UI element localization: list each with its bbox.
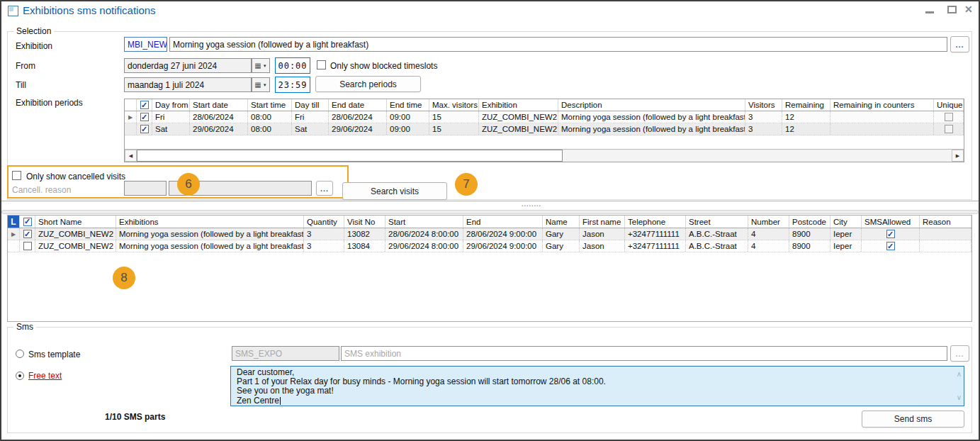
col-header-day-from[interactable]: Day from [152, 99, 190, 111]
select-all-cell: ✓ [137, 99, 152, 111]
close-icon[interactable]: ✕ [964, 4, 973, 15]
col-header-number[interactable]: Number [748, 216, 789, 228]
sms-template-description-input[interactable]: SMS exhibition [341, 346, 947, 361]
unique-checkbox[interactable]: ✓ [945, 125, 953, 133]
scrollbar-track[interactable] [563, 150, 952, 162]
cell-quantity: 3 [304, 240, 344, 252]
maximize-icon[interactable] [947, 6, 957, 13]
till-date-input[interactable]: maandag 1 juli 2024 [124, 77, 252, 92]
col-header-name[interactable]: Name [543, 216, 580, 228]
col-header-city[interactable]: City [830, 216, 862, 228]
row-checkbox[interactable]: ✓ [23, 242, 32, 250]
col-header-start-time[interactable]: Start time [248, 99, 292, 111]
sms-allowed-checkbox[interactable]: ✓ [886, 230, 895, 238]
exhibition-browse-button[interactable]: ... [950, 36, 969, 52]
splitter-grip[interactable]: ........ [492, 201, 570, 208]
table-row[interactable]: ▶ ✓ ZUZ_COMBI_NEW2 Morning yoga session … [8, 228, 971, 240]
cancel-reason-code-input[interactable] [124, 181, 167, 196]
table-row[interactable]: ✓ ZUZ_COMBI_NEW2 Morning yoga session (f… [8, 240, 971, 252]
free-text-radio[interactable] [16, 372, 24, 380]
col-header-end-time[interactable]: End time [387, 99, 429, 111]
col-header-max-visitors[interactable]: Max. visitors [429, 99, 479, 111]
till-label: Till [16, 80, 26, 90]
table-row[interactable]: ✓ Sat 29/06/2024 08:00 Sat 29/06/2024 09… [125, 123, 964, 135]
splitter-handle[interactable] [1, 210, 979, 214]
from-date-picker-button[interactable]: ▦ ▼ [252, 58, 270, 73]
row-checkbox[interactable]: ✓ [140, 113, 149, 121]
free-text-radio-label[interactable]: Free text [28, 371, 62, 381]
col-header-end-date[interactable]: End date [329, 99, 387, 111]
col-header-smsallowed[interactable]: SMSAllowed [862, 216, 920, 228]
col-header-exhibitions[interactable]: Exhibitions [116, 216, 304, 228]
col-header-day-till[interactable]: Day till [292, 99, 329, 111]
calendar-icon: ▦ [254, 82, 261, 89]
scroll-left-icon[interactable]: ◀ [125, 150, 137, 162]
sms-group-label: Sms [13, 322, 36, 332]
scrollbar-thumb[interactable] [137, 150, 563, 162]
till-date-picker-button[interactable]: ▦ ▼ [252, 77, 270, 92]
col-header-street[interactable]: Street [686, 216, 748, 228]
col-header-first-name[interactable]: First name [580, 216, 625, 228]
cell-exhibition: ZUZ_COMBI_NEW2 [479, 111, 558, 123]
cell-quantity: 3 [304, 228, 344, 240]
from-time-input[interactable]: 00:00 [275, 57, 310, 74]
row-checkbox[interactable]: ✓ [23, 230, 32, 238]
grid-corner-button[interactable]: L [8, 216, 20, 228]
send-sms-button[interactable]: Send sms [862, 411, 964, 428]
col-header-exhibition[interactable]: Exhibition [479, 99, 558, 111]
exhibition-description-input[interactable]: Morning yoga session (followed by a ligh… [169, 37, 947, 52]
sms-template-radio-label[interactable]: Sms template [28, 350, 80, 359]
row-checkbox[interactable]: ✓ [140, 125, 149, 133]
col-header-reason[interactable]: Reason [920, 216, 971, 228]
periods-select-all-checkbox[interactable]: ✓ [140, 101, 149, 109]
cancel-reason-browse-button[interactable]: ... [316, 181, 333, 196]
unique-checkbox[interactable]: ✓ [945, 113, 953, 121]
exhibition-periods-label: Exhibition periods [16, 98, 83, 108]
cell-description: Morning yoga session (followed by a ligh… [558, 111, 745, 123]
sms-message-textarea[interactable]: Dear customer, Part 1 of your Relax day … [230, 366, 964, 406]
cell-remaining-in-counters [830, 111, 934, 123]
from-date-input[interactable]: donderdag 27 juni 2024 [124, 58, 252, 73]
col-header-visitors[interactable]: Visitors [745, 99, 782, 111]
sms-allowed-checkbox[interactable]: ✓ [886, 242, 895, 250]
col-header-short-name[interactable]: Short Name [35, 216, 116, 228]
row-selector-icon: ▶ [128, 114, 133, 121]
minimize-icon[interactable] [925, 11, 934, 13]
scroll-down-icon[interactable]: ∨ [957, 394, 962, 401]
cell-max-visitors: 15 [429, 123, 479, 135]
cell-day-from: Fri [152, 111, 190, 123]
scroll-right-icon[interactable]: ▶ [952, 150, 964, 162]
exhibition-code-input[interactable]: MBI_NEW2 [124, 37, 167, 52]
visits-select-all-checkbox[interactable]: ✓ [23, 218, 32, 226]
col-header-telephone[interactable]: Telephone [625, 216, 686, 228]
visits-grid-header: L ✓ Short Name Exhibitions Quantity Visi… [8, 216, 971, 228]
periods-grid-hscrollbar[interactable]: ◀ ▶ [125, 149, 964, 162]
cell-start-time: 08:00 [248, 123, 292, 135]
exhibition-label: Exhibition [16, 41, 52, 51]
table-row[interactable]: ▶ ✓ Fri 28/06/2024 08:00 Fri 28/06/2024 … [125, 111, 964, 123]
sms-template-radio[interactable] [16, 350, 24, 358]
sms-template-browse-button[interactable]: ... [950, 345, 969, 362]
search-visits-button[interactable]: Search visits [342, 182, 447, 200]
scroll-up-icon[interactable]: ∧ [957, 371, 962, 378]
search-periods-button[interactable]: Search periods [315, 76, 421, 92]
col-header-remaining-in-counters[interactable]: Remaining in counters [830, 99, 934, 111]
col-header-remaining[interactable]: Remaining [782, 99, 830, 111]
col-header-postcode[interactable]: Postcode [789, 216, 830, 228]
step-badge-7: 7 [455, 173, 478, 196]
cell-city: Ieper [830, 240, 862, 252]
blocked-timeslots-checkbox[interactable]: ✓ [317, 60, 326, 69]
col-header-end[interactable]: End [463, 216, 543, 228]
col-header-start[interactable]: Start [385, 216, 463, 228]
col-header-quantity[interactable]: Quantity [304, 216, 344, 228]
col-header-start-date[interactable]: Start date [190, 99, 248, 111]
check-icon: ✓ [887, 230, 894, 238]
till-time-input[interactable]: 23:59 [275, 77, 310, 93]
cell-postcode: 8900 [789, 228, 830, 240]
col-header-unique[interactable]: Unique [934, 99, 964, 111]
cancelled-visits-checkbox[interactable]: ✓ [12, 171, 21, 180]
col-header-description[interactable]: Description [558, 99, 745, 111]
check-icon: ✓ [141, 125, 147, 133]
sms-template-code-input[interactable]: SMS_EXPO [232, 346, 339, 361]
col-header-visit-no[interactable]: Visit No [344, 216, 385, 228]
